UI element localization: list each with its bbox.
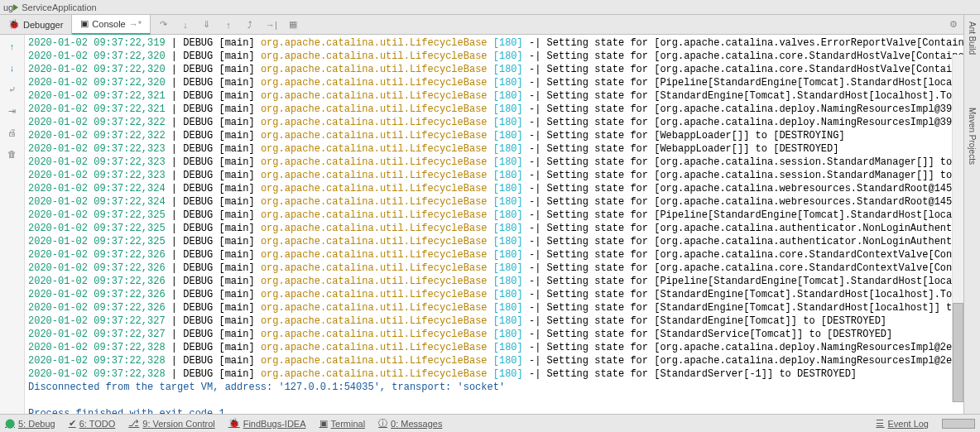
log-line: 2020-01-02 09:37:22,326 | DEBUG [main] o… — [28, 301, 977, 314]
log-line: 2020-01-02 09:37:22,324 | DEBUG [main] o… — [28, 195, 977, 209]
step-over-icon[interactable]: ↷ — [157, 18, 171, 31]
debugger-icon: 🐞 — [8, 19, 20, 30]
bottom-debug-label: 5: Debug — [18, 419, 55, 429]
scroll-to-end-icon[interactable]: ⇥ — [6, 104, 19, 118]
log-line: 2020-01-02 09:37:22,320 | DEBUG [main] o… — [28, 50, 977, 63]
log-line: 2020-01-02 09:37:22,326 | DEBUG [main] o… — [28, 288, 977, 301]
eventlog-icon: ☰ — [876, 418, 884, 429]
vertical-scrollbar[interactable] — [952, 55, 963, 402]
scroll-down-icon[interactable]: ↓ — [6, 61, 19, 74]
tab-console[interactable]: ▣ Console →* — [72, 15, 151, 35]
status-bar: ⬤ 5: Debug ✔ 6: TODO ⎇ 9: Version Contro… — [0, 414, 980, 432]
bug-icon: ⬤ — [5, 418, 15, 429]
scroll-up-icon[interactable]: ↑ — [6, 40, 19, 53]
log-line: 2020-01-02 09:37:22,322 | DEBUG [main] o… — [28, 116, 977, 129]
log-line: 2020-01-02 09:37:22,321 | DEBUG [main] o… — [28, 103, 977, 116]
clear-icon[interactable]: 🗑 — [6, 147, 19, 161]
console-output[interactable]: 2020-01-02 09:37:22,319 | DEBUG [main] o… — [25, 35, 980, 414]
bottom-vcs-label: 9: Version Control — [142, 419, 214, 429]
log-line: 2020-01-02 09:37:22,319 | DEBUG [main] o… — [28, 36, 977, 50]
vcs-icon: ⎇ — [128, 418, 139, 429]
log-line: 2020-01-02 09:37:22,327 | DEBUG [main] o… — [28, 314, 977, 328]
soft-wrap-icon[interactable]: ⤶ — [6, 83, 19, 96]
tab-console-suffix: →* — [129, 19, 142, 29]
log-line: 2020-01-02 09:37:22,323 | DEBUG [main] o… — [28, 142, 977, 156]
log-line: 2020-01-02 09:37:22,326 | DEBUG [main] o… — [28, 275, 977, 288]
title-prefix: ug — [3, 2, 13, 12]
bottom-terminal-label: Terminal — [331, 419, 366, 429]
bottom-vcs[interactable]: ⎇ 9: Version Control — [128, 418, 214, 429]
drop-frame-icon[interactable]: ⤴ — [243, 18, 257, 31]
bottom-messages[interactable]: ⓘ 0: Messages — [378, 417, 442, 430]
debug-tabs: 🐞 Debugger ▣ Console →* ↷ ↓ ⇓ ↑ ⤴ →| ▦ ⚙ — [0, 15, 980, 35]
log-line: 2020-01-02 09:37:22,323 | DEBUG [main] o… — [28, 156, 977, 169]
bottom-findbugs[interactable]: 🐞 FindBugs-IDEA — [228, 418, 306, 429]
maven-tab[interactable]: Maven Projects — [966, 106, 978, 166]
settings-icon[interactable]: ⚙ — [947, 18, 960, 31]
log-line: 2020-01-02 09:37:22,324 | DEBUG [main] o… — [28, 182, 977, 195]
log-line: 2020-01-02 09:37:22,325 | DEBUG [main] o… — [28, 209, 977, 222]
findbugs-icon: 🐞 — [228, 418, 240, 429]
evaluate-icon[interactable]: ▦ — [286, 18, 300, 31]
log-line: 2020-01-02 09:37:22,327 | DEBUG [main] o… — [28, 328, 977, 341]
bottom-messages-label: 0: Messages — [391, 419, 442, 429]
memory-indicator[interactable] — [942, 419, 975, 429]
console-gutter: ↑ ↓ ⤶ ⇥ 🖨 🗑 — [0, 35, 25, 414]
bottom-todo[interactable]: ✔ 6: TODO — [69, 418, 116, 429]
terminal-icon: ▣ — [319, 418, 328, 429]
exit-message: Process finished with exit code 1 — [28, 407, 977, 414]
run-icon — [13, 4, 18, 11]
log-line: 2020-01-02 09:37:22,328 | DEBUG [main] o… — [28, 367, 977, 381]
bottom-eventlog-label: Event Log — [887, 419, 929, 429]
print-icon[interactable]: 🖨 — [6, 126, 19, 139]
ant-build-tab[interactable]: Ant Build — [966, 20, 978, 56]
bottom-findbugs-label: FindBugs-IDEA — [243, 419, 306, 429]
step-out-icon[interactable]: ↑ — [222, 18, 235, 31]
right-tool-tabs: Ant Build Maven Projects — [963, 15, 980, 414]
messages-icon: ⓘ — [378, 417, 387, 430]
log-line: 2020-01-02 09:37:22,321 | DEBUG [main] o… — [28, 89, 977, 103]
log-line: 2020-01-02 09:37:22,326 | DEBUG [main] o… — [28, 248, 977, 262]
bottom-debug[interactable]: ⬤ 5: Debug — [5, 418, 55, 429]
log-line: 2020-01-02 09:37:22,320 | DEBUG [main] o… — [28, 63, 977, 76]
run-to-cursor-icon[interactable]: →| — [265, 18, 278, 31]
tab-debugger[interactable]: 🐞 Debugger — [0, 15, 72, 35]
console-icon: ▣ — [80, 18, 89, 29]
tab-debugger-label: Debugger — [23, 20, 63, 30]
bottom-terminal[interactable]: ▣ Terminal — [319, 418, 366, 429]
log-line: 2020-01-02 09:37:22,323 | DEBUG [main] o… — [28, 169, 977, 182]
force-step-icon[interactable]: ⇓ — [200, 18, 214, 31]
bottom-eventlog[interactable]: ☰ Event Log — [876, 418, 929, 429]
log-line: 2020-01-02 09:37:22,325 | DEBUG [main] o… — [28, 235, 977, 248]
title-bar: ug ServiceApplication — [0, 0, 980, 15]
log-line: 2020-01-02 09:37:22,325 | DEBUG [main] o… — [28, 222, 977, 235]
disconnect-message: Disconnected from the target VM, address… — [28, 381, 977, 394]
log-line: 2020-01-02 09:37:22,326 | DEBUG [main] o… — [28, 262, 977, 275]
log-line: 2020-01-02 09:37:22,328 | DEBUG [main] o… — [28, 341, 977, 354]
step-into-icon[interactable]: ↓ — [179, 18, 192, 31]
run-config-name: ServiceApplication — [22, 2, 97, 12]
log-line: 2020-01-02 09:37:22,320 | DEBUG [main] o… — [28, 76, 977, 89]
log-line: 2020-01-02 09:37:22,328 | DEBUG [main] o… — [28, 354, 977, 367]
scrollbar-thumb[interactable] — [953, 303, 963, 402]
todo-icon: ✔ — [69, 418, 76, 429]
tab-console-label: Console — [92, 19, 125, 29]
bottom-todo-label: 6: TODO — [79, 419, 116, 429]
log-line: 2020-01-02 09:37:22,322 | DEBUG [main] o… — [28, 129, 977, 142]
